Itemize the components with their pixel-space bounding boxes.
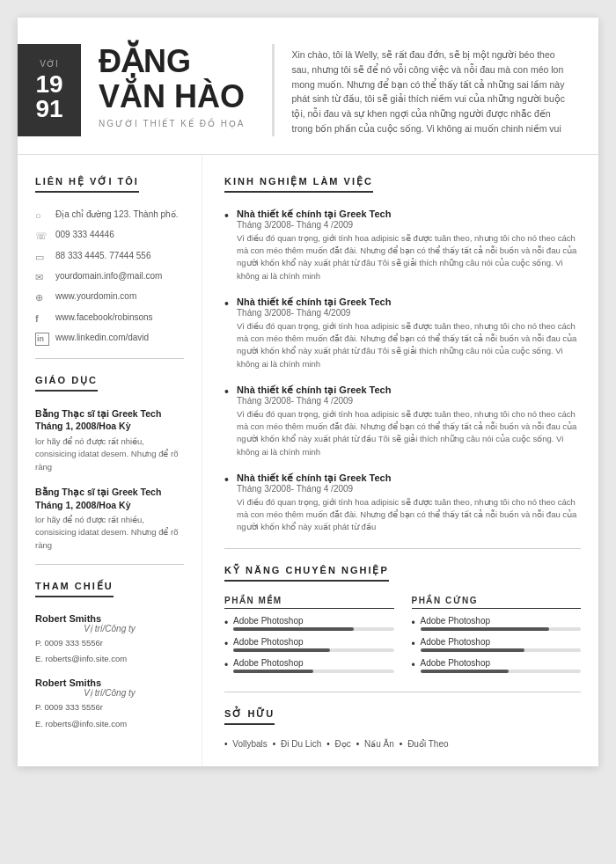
contact-section: LIÊN HỆ VỚI TÔI ○ Địa chỉ đường 123. Thà… — [35, 172, 184, 346]
list-item: f www.facebook/robinsons — [35, 311, 184, 326]
references-title: THAM CHIẾU — [35, 581, 114, 597]
bullet-icon: • — [356, 739, 360, 749]
skill-name: Adobe Photoshop — [233, 616, 394, 626]
ref-email: E. roberts@info.site.com — [35, 652, 184, 665]
skill-bar-fill — [233, 670, 313, 673]
skill-bar-bg — [421, 627, 582, 631]
web-icon: ⊕ — [35, 291, 49, 304]
work-title: Nhà thiết kế chính tại Greek Tech — [237, 209, 581, 220]
list-item: • Đi Du Lich — [273, 739, 321, 749]
work-desc: Vì điều đó quan trọng, giới tính hoa adi… — [237, 320, 581, 370]
header-section: VỚI 19 91 ĐẶNG VĂN HÀO NGƯỜI THIẾT KẾ ĐỒ… — [18, 18, 598, 155]
reference-item: Robert Smiths Vị trí/Công ty P. 0009 333… — [35, 677, 184, 729]
ref-name: Robert Smiths — [35, 613, 184, 624]
skills-grid: PHẦN MỀM Adobe Photoshop Adobe — [224, 596, 581, 679]
edu-desc: lor hãy để nó được rất nhiều, consisicin… — [35, 436, 184, 473]
contact-web: www.yourdomin.com — [55, 290, 136, 303]
contact-title: LIÊN HỆ VỚI TÔI — [35, 176, 139, 193]
work-date: Tháng 3/2008- Tháng 4 /2009 — [237, 484, 581, 494]
right-column: KINH NGHIỆM LÀM VIỆC Nhà thiết kế chính … — [202, 155, 598, 766]
education-section: GIÁO DỤC Bằng Thạc sĩ tại Greek Tech Thá… — [35, 371, 184, 552]
skill-name: Adobe Photoshop — [421, 637, 582, 647]
hobbies-list: • Vollybals • Đi Du Lich • Đọc • Nấu Ăn — [224, 739, 581, 749]
skill-bar-bg — [421, 648, 582, 652]
badge-with-label: VỚI — [40, 59, 58, 69]
skill-bar-bg — [233, 670, 394, 673]
ref-phone: P. 0009 333 5556r — [35, 636, 184, 649]
job-title: NGƯỜI THIẾT KẾ ĐỒ HỌA — [99, 119, 246, 128]
badge-year2: 91 — [35, 97, 62, 121]
badge-year1: 19 — [35, 72, 62, 97]
work-title: Nhà thiết kế chính tại Greek Tech — [237, 384, 581, 396]
skill-bar-fill — [421, 648, 525, 652]
header-name-block: ĐẶNG VĂN HÀO NGƯỜI THIẾT KẾ ĐỒ HỌA — [99, 44, 246, 136]
experience-title: KINH NGHIỆM LÀM VIỆC — [224, 176, 373, 193]
list-item: • Đọc — [326, 739, 351, 749]
skill-bar-fill — [421, 627, 549, 631]
list-item: ○ Địa chỉ đường 123. Thành phố. — [35, 209, 184, 223]
left-column: LIÊN HỆ VỚI TÔI ○ Địa chỉ đường 123. Thà… — [18, 155, 202, 766]
ref-phone: P. 0009 333 5556r — [35, 700, 184, 714]
ref-position: Vị trí/Công ty — [35, 688, 184, 698]
list-item: • Vollybals — [224, 739, 268, 749]
skill-item: Adobe Photoshop — [224, 658, 394, 673]
edu-school: Bằng Thạc sĩ tại Greek Tech Tháng 1, 200… — [35, 407, 184, 433]
ref-position: Vị trí/Công ty — [35, 624, 184, 633]
work-desc: Vì điều đó quan trọng, giới tính hoa adi… — [237, 496, 581, 534]
chat-icon: ▭ — [35, 251, 49, 264]
contact-phone: 009 333 44446 — [55, 229, 114, 241]
skill-bar-bg — [421, 670, 582, 673]
linkedin-icon: in — [35, 333, 49, 346]
work-item: Nhà thiết kế chính tại Greek Tech Tháng … — [224, 472, 581, 534]
hardware-skills: PHẦN CỨNG Adobe Photoshop Adobe — [412, 596, 582, 679]
skill-name: Adobe Photoshop — [233, 658, 394, 668]
skill-name: Adobe Photoshop — [421, 616, 582, 626]
work-date: Tháng 3/2008- Tháng 4 /2009 — [237, 220, 581, 230]
reference-item: Robert Smiths Vị trí/Công ty P. 0009 333… — [35, 613, 184, 665]
skills-title: KỸ NĂNG CHUYÊN NGHIỆP — [224, 565, 389, 582]
skill-bar-fill — [233, 627, 354, 631]
list-item: in www.linkedin.com/david — [35, 332, 184, 346]
work-item: Nhà thiết kế chính tại Greek Tech Tháng … — [224, 209, 581, 282]
contact-linkedin: www.linkedin.com/david — [55, 332, 149, 344]
software-col-title: PHẦN MỀM — [224, 596, 394, 609]
contact-email: yourdomain.info@mail.com — [55, 270, 162, 282]
contact-chat: 88 333 4445. 77444 556 — [55, 250, 150, 262]
list-item: ▭ 88 333 4445. 77444 556 — [35, 250, 184, 264]
bullet-icon: • — [273, 739, 276, 749]
bullet-icon: • — [400, 739, 403, 749]
skill-item: Adobe Photoshop — [412, 658, 582, 673]
hobbies-title: SỞ HỮU — [224, 708, 275, 725]
email-icon: ✉ — [35, 271, 49, 284]
list-item: • Nấu Ăn — [356, 739, 394, 749]
list-item: ✉ yourdomain.info@mail.com — [35, 270, 184, 284]
divider — [224, 548, 581, 549]
list-item: • Đuổi Theo — [400, 739, 449, 749]
list-item: ⊕ www.yourdomin.com — [35, 290, 184, 304]
skill-name: Adobe Photoshop — [233, 637, 394, 647]
skill-name: Adobe Photoshop — [421, 658, 582, 668]
skill-item: Adobe Photoshop — [224, 616, 394, 631]
education-item: Bằng Thạc sĩ tại Greek Tech Tháng 1, 200… — [35, 407, 184, 473]
divider — [224, 692, 581, 692]
divider — [35, 358, 184, 359]
education-item: Bằng Thạc sĩ tại Greek Tech Tháng 1, 200… — [35, 486, 184, 552]
bullet-icon: • — [326, 739, 330, 749]
references-section: THAM CHIẾU Robert Smiths Vị trí/Công ty … — [35, 577, 184, 730]
facebook-icon: f — [35, 312, 49, 326]
edu-desc: lor hãy để nó được rất nhiều, consisicin… — [35, 514, 184, 552]
work-item: Nhà thiết kế chính tại Greek Tech Tháng … — [224, 297, 581, 370]
software-skills: PHẦN MỀM Adobe Photoshop Adobe — [224, 596, 394, 679]
skill-item: Adobe Photoshop — [412, 637, 582, 652]
skill-bar-bg — [233, 648, 394, 652]
contact-facebook: www.facebook/robinsons — [55, 311, 153, 324]
phone-icon: ☏ — [35, 230, 49, 243]
work-date: Tháng 3/2008- Tháng 4/2009 — [237, 308, 581, 318]
edu-school: Bằng Thạc sĩ tại Greek Tech Tháng 1, 200… — [35, 486, 184, 511]
location-icon: ○ — [35, 209, 49, 223]
skill-bar-bg — [233, 627, 394, 631]
skill-item: Adobe Photoshop — [224, 637, 394, 652]
experience-section: KINH NGHIỆM LÀM VIỆC Nhà thiết kế chính … — [224, 172, 581, 534]
contact-address: Địa chỉ đường 123. Thành phố. — [55, 209, 178, 221]
ref-name: Robert Smiths — [35, 677, 184, 688]
